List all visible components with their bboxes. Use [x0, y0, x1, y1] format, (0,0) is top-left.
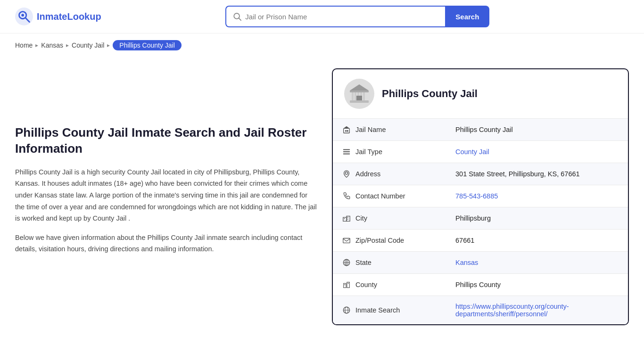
row-label-cell: Contact Number [342, 192, 437, 200]
svg-rect-24 [347, 216, 350, 222]
svg-point-22 [345, 172, 347, 174]
page-heading: Phillips County Jail Inmate Search and J… [15, 125, 317, 157]
logo[interactable]: InmateLookup [15, 8, 101, 25]
description-paragraph-1: Phillips County Jail is a high security … [15, 166, 317, 224]
building-icon [342, 125, 351, 134]
phone-icon [342, 192, 351, 200]
search-icon [233, 12, 241, 21]
row-value[interactable]: Kansas [446, 252, 628, 274]
row-link[interactable]: https://www.phillipscounty.org/county-de… [455, 303, 569, 318]
breadcrumb: Home ▸ Kansas ▸ County Jail ▸ Phillips C… [0, 33, 644, 57]
svg-line-5 [239, 18, 241, 21]
logo-part2: Lookup [67, 11, 101, 22]
row-label: Inmate Search [355, 306, 400, 314]
table-row: Jail TypeCounty Jail [333, 141, 628, 163]
row-value: Phillipsburg [446, 207, 628, 230]
svg-rect-11 [363, 92, 365, 100]
svg-point-3 [21, 14, 24, 16]
search-bar: Search [225, 6, 489, 27]
row-value: Phillips County [446, 274, 628, 296]
svg-rect-35 [345, 284, 346, 285]
list-icon [342, 148, 351, 156]
breadcrumb-county-jail[interactable]: County Jail [72, 41, 104, 49]
card-header: Phillips County Jail [333, 69, 628, 119]
svg-point-0 [15, 8, 33, 25]
row-label: County [355, 281, 377, 288]
svg-rect-14 [356, 96, 362, 100]
svg-marker-18 [344, 126, 350, 129]
table-row: Address301 State Street, Phillipsburg, K… [333, 163, 628, 185]
row-label-cell: City [342, 214, 437, 222]
svg-rect-20 [343, 151, 350, 152]
breadcrumb-sep-1: ▸ [35, 42, 38, 49]
logo-part1: Inmate [37, 11, 67, 22]
county-icon [342, 280, 351, 289]
row-label: Contact Number [355, 192, 405, 200]
left-column: Phillips County Jail Inmate Search and J… [15, 68, 317, 325]
svg-rect-8 [355, 92, 356, 100]
table-row: CountyPhillips County [333, 274, 628, 296]
row-label-cell: County [342, 280, 437, 289]
menu-button[interactable] [614, 9, 629, 24]
info-card: Phillips County Jail Jail NamePhillips C… [332, 68, 629, 325]
svg-rect-33 [344, 283, 346, 288]
card-title: Phillips County Jail [382, 88, 478, 100]
logo-text: InmateLookup [37, 11, 101, 22]
row-link[interactable]: Kansas [455, 259, 478, 266]
search-input[interactable] [245, 13, 438, 21]
header: InmateLookup Search [0, 0, 644, 33]
svg-rect-34 [347, 282, 349, 288]
row-label-cell: State [342, 258, 437, 267]
logo-icon [15, 8, 33, 25]
svg-rect-25 [344, 218, 345, 219]
breadcrumb-kansas[interactable]: Kansas [41, 41, 63, 49]
search-button[interactable]: Search [445, 6, 489, 27]
city-icon [342, 214, 351, 222]
right-column: Phillips County Jail Jail NamePhillips C… [332, 68, 629, 325]
jail-avatar [344, 79, 374, 109]
svg-rect-21 [343, 154, 350, 155]
row-label-cell: Inmate Search [342, 306, 437, 314]
svg-rect-19 [343, 149, 350, 150]
globe-icon [342, 258, 351, 267]
breadcrumb-sep-3: ▸ [107, 42, 110, 49]
courthouse-icon [348, 82, 371, 105]
row-label: Jail Name [355, 126, 386, 133]
svg-rect-36 [348, 283, 349, 284]
svg-rect-28 [343, 239, 350, 243]
row-label: State [355, 259, 372, 266]
row-value[interactable]: https://www.phillipscounty.org/county-de… [446, 296, 628, 325]
svg-rect-12 [350, 90, 369, 92]
svg-rect-27 [347, 219, 348, 220]
svg-rect-16 [345, 130, 347, 132]
breadcrumb-home[interactable]: Home [15, 41, 33, 49]
search-input-wrapper [225, 6, 445, 27]
row-label: Jail Type [355, 148, 382, 156]
row-link[interactable]: 785-543-6885 [455, 192, 498, 200]
row-value: Phillips County Jail [446, 119, 628, 141]
row-label: City [355, 214, 367, 222]
row-link[interactable]: County Jail [455, 148, 489, 156]
table-row: Zip/Postal Code67661 [333, 230, 628, 252]
main-content: Phillips County Jail Inmate Search and J… [0, 57, 644, 337]
location-icon [342, 170, 351, 178]
breadcrumb-current: Phillips County Jail [113, 40, 182, 50]
row-value[interactable]: 785-543-6885 [446, 185, 628, 207]
search-globe-icon [342, 306, 351, 314]
row-label-cell: Zip/Postal Code [342, 236, 437, 245]
row-value: 67661 [446, 230, 628, 252]
svg-marker-13 [350, 84, 369, 90]
row-label: Zip/Postal Code [355, 237, 404, 244]
breadcrumb-sep-2: ▸ [66, 42, 69, 49]
row-label-cell: Address [342, 170, 437, 178]
svg-rect-23 [343, 217, 347, 221]
row-value: 301 State Street, Phillipsburg, KS, 6766… [446, 163, 628, 185]
svg-rect-26 [347, 217, 348, 218]
table-row: StateKansas [333, 252, 628, 274]
row-value[interactable]: County Jail [446, 141, 628, 163]
svg-rect-6 [350, 100, 369, 103]
table-row: Inmate Searchhttps://www.phillipscounty.… [333, 296, 628, 325]
svg-rect-7 [352, 92, 354, 100]
table-row: Contact Number785-543-6885 [333, 185, 628, 207]
mail-icon [342, 236, 351, 245]
